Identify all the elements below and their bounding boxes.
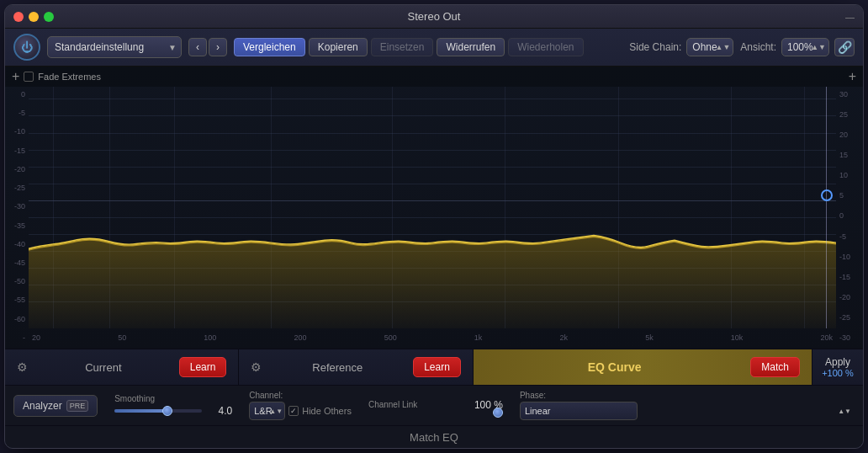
y-label-n45: -45 (14, 258, 25, 267)
side-chain-select[interactable]: Ohne (686, 38, 733, 56)
y-label-n40: -40 (14, 240, 25, 248)
yr-20: 20 (839, 131, 848, 139)
y-label-n50: -50 (14, 277, 25, 285)
current-learn-button[interactable]: Learn (179, 357, 227, 377)
close-traffic-light[interactable] (13, 12, 24, 22)
reference-learn-button[interactable]: Learn (413, 357, 461, 377)
channel-label: Channel: (249, 391, 352, 400)
freq-100: 100 (204, 333, 216, 342)
link-button[interactable]: 🔗 (834, 38, 855, 56)
minimize-traffic-light[interactable] (29, 12, 39, 22)
reference-section: ⚙ Reference Learn (239, 349, 473, 385)
y-label-n20: -20 (14, 165, 25, 173)
preset-wrapper: Standardeinstellung ▼ (47, 36, 182, 58)
eq-top-bar: + Fade Extremes + (5, 67, 863, 87)
undo-button[interactable]: Widerrufen (437, 38, 505, 56)
footer: Match EQ (5, 425, 863, 448)
copy-button[interactable]: Kopieren (309, 38, 368, 56)
smoothing-row: 4.0 (114, 405, 232, 417)
match-button[interactable]: Match (750, 357, 800, 377)
view-select[interactable]: 100% (781, 38, 829, 56)
y-label-dash: - (23, 333, 25, 342)
freq-50: 50 (118, 333, 126, 342)
hide-others-checkbox[interactable]: ✓ (288, 406, 299, 416)
check-icon: ✓ (290, 407, 297, 415)
traffic-lights (13, 12, 54, 22)
current-gear-icon[interactable]: ⚙ (17, 360, 28, 374)
y-label-n60: -60 (14, 315, 25, 323)
power-icon: ⏻ (21, 40, 33, 54)
paste-button[interactable]: Einsetzen (371, 38, 434, 56)
footer-title: Match EQ (410, 431, 458, 444)
current-section: ⚙ Current Learn (5, 349, 239, 385)
yr-n15: -15 (839, 273, 850, 281)
eq-chart-area: 0 -5 -10 -15 -20 -25 -30 -35 -40 -45 -50… (5, 87, 863, 345)
toolbar: ⏻ Standardeinstellung ▼ ‹ › Vergleichen … (5, 29, 863, 67)
channel-select[interactable]: L&R (249, 402, 285, 420)
hide-others-control: ✓ Hide Others (288, 406, 352, 416)
smoothing-value: 4.0 (207, 405, 232, 417)
power-button[interactable]: ⏻ (13, 34, 40, 61)
nav-forward-button[interactable]: › (209, 38, 227, 56)
eq-curve-svg (29, 87, 836, 328)
main-window: Stereo Out — ⏻ Standardeinstellung ▼ ‹ ›… (4, 4, 864, 449)
channel-link-group: Channel Link 100 % (368, 399, 503, 413)
yr-n10: -10 (839, 253, 850, 261)
handle-circle[interactable] (821, 189, 833, 201)
y-axis-right: 30 25 20 15 10 5 0 -5 -10 -15 -20 -25 -3… (836, 87, 863, 345)
reference-gear-icon[interactable]: ⚙ (251, 360, 262, 374)
fade-extremes-label: Fade Extremes (38, 72, 101, 82)
freq-2k: 2k (559, 333, 568, 342)
yr-10: 10 (839, 171, 848, 179)
y-label-n15: -15 (14, 147, 25, 155)
eq-display: + Fade Extremes + 0 -5 -10 -15 -20 -25 -… (5, 67, 863, 349)
yr-30: 30 (839, 90, 848, 99)
preset-dropdown[interactable]: Standardeinstellung (47, 36, 182, 58)
apply-label: Apply (825, 356, 850, 368)
apply-section: Apply +100 % (812, 349, 863, 385)
hide-others-label: Hide Others (302, 406, 352, 416)
freq-5k: 5k (645, 333, 654, 342)
freq-20k: 20k (820, 333, 833, 342)
y-label-n25: -25 (14, 184, 25, 192)
freq-20: 20 (32, 333, 40, 342)
fade-extremes-checkbox[interactable] (24, 72, 34, 82)
toolbar-buttons: Vergleichen Kopieren Einsetzen Widerrufe… (234, 38, 584, 56)
eq-main-chart[interactable]: 20 50 100 200 500 1k 2k 5k 10k 20k (29, 87, 836, 345)
yr-25: 25 (839, 110, 848, 119)
freq-1k: 1k (474, 333, 483, 342)
window-title: Stereo Out (408, 10, 461, 23)
yr-n5: -5 (839, 232, 846, 241)
add-icon[interactable]: + (12, 69, 19, 84)
redo-button[interactable]: Wiederholen (508, 38, 583, 56)
maximize-traffic-light[interactable] (44, 12, 54, 22)
eq-top-right-plus[interactable]: + (849, 69, 856, 84)
yr-n20: -20 (839, 293, 850, 301)
apply-value: +100 % (822, 368, 854, 378)
reference-label: Reference (268, 361, 406, 374)
analyzer-button[interactable]: Analyzer PRE (13, 395, 98, 417)
channel-group: Channel: L&R ▲▼ ✓ Hide Others (249, 391, 352, 420)
vertical-line (826, 87, 827, 328)
compare-button[interactable]: Vergleichen (234, 38, 305, 56)
yr-15: 15 (839, 151, 848, 159)
y-label-n35: -35 (14, 221, 25, 230)
phase-label: Phase: (520, 391, 855, 400)
pre-badge: PRE (66, 400, 89, 412)
channel-select-wrapper: L&R ▲▼ ✓ Hide Others (249, 402, 352, 420)
freq-200: 200 (294, 333, 306, 342)
smoothing-label: Smoothing (114, 394, 232, 403)
smoothing-slider[interactable] (114, 409, 202, 413)
params-bar: Analyzer PRE Smoothing 4.0 Channel: L&R (5, 385, 863, 425)
phase-select[interactable]: Linear (520, 402, 638, 420)
side-chain-area: Side Chain: Ohne ▲▼ (629, 38, 733, 56)
phase-group: Phase: Linear ▲▼ (520, 391, 855, 420)
fade-extremes-control: + Fade Extremes (12, 69, 101, 84)
current-label: Current (34, 361, 172, 374)
nav-buttons: ‹ › (188, 38, 227, 56)
freq-10k: 10k (731, 333, 744, 342)
nav-back-button[interactable]: ‹ (188, 38, 207, 56)
y-label-n55: -55 (14, 296, 25, 304)
bottom-strip: ⚙ Current Learn ⚙ Reference Learn EQ Cur… (5, 349, 863, 385)
y-axis-left: 0 -5 -10 -15 -20 -25 -30 -35 -40 -45 -50… (5, 87, 29, 345)
